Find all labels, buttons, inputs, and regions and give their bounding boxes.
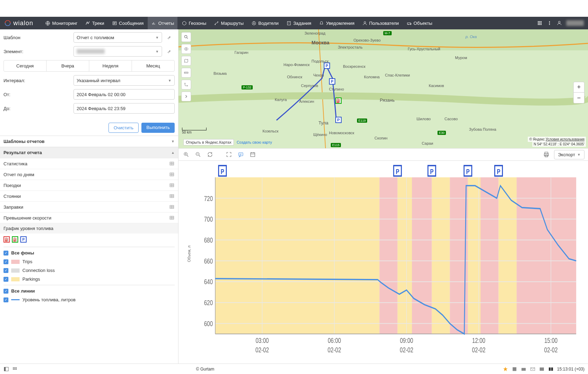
svg-point-37: [184, 83, 185, 84]
grid-icon[interactable]: [12, 366, 18, 372]
result-trips[interactable]: Поездки: [0, 180, 178, 190]
template-select[interactable]: Отчет с топливом▼: [74, 32, 162, 43]
swatch-fuel-line: [11, 299, 20, 300]
chart-calendar-button[interactable]: [248, 150, 257, 159]
nav-users[interactable]: Пользователи: [359, 17, 402, 29]
map-visibility-button[interactable]: [181, 44, 191, 54]
map[interactable]: Москва Зеленоград Орехово-Зуево Электрос…: [178, 29, 588, 148]
nav-drivers[interactable]: Водители: [248, 17, 282, 29]
nav-messages[interactable]: Сообщения: [108, 17, 147, 29]
map-ruler-button[interactable]: [181, 68, 191, 78]
result-stats[interactable]: Статистика: [0, 158, 178, 169]
result-speeding[interactable]: Превышение скорости: [0, 212, 178, 223]
route-tool-icon: [184, 82, 189, 87]
legend-icon-green[interactable]: ⛽: [12, 236, 18, 243]
result-daily[interactable]: Отчет по дням: [0, 169, 178, 180]
svg-rect-101: [16, 367, 17, 368]
svg-point-35: [186, 48, 187, 50]
print-button[interactable]: [542, 150, 551, 159]
table-icon: [169, 215, 175, 221]
checkbox-trips[interactable]: ✓: [4, 259, 8, 264]
map-search-button[interactable]: [181, 32, 191, 42]
svg-rect-16: [538, 23, 539, 24]
legend-icon-parking[interactable]: P: [20, 236, 27, 243]
chart-zoom-out-button[interactable]: [194, 150, 202, 159]
checkbox-fuel-level[interactable]: ✓: [4, 297, 8, 302]
nav-routes[interactable]: Маршруты: [210, 17, 247, 29]
nav-units[interactable]: Объекты: [403, 17, 436, 29]
map-layers-button[interactable]: [181, 56, 191, 66]
zoom-out-button[interactable]: −: [574, 93, 584, 103]
user-icon[interactable]: [556, 20, 562, 26]
sidebar: Шаблон Отчет с топливом▼ Элемент: ▼ Сего…: [0, 29, 178, 364]
nav-jobs[interactable]: Задания: [283, 17, 315, 29]
svg-rect-110: [551, 367, 553, 371]
star-icon[interactable]: [503, 366, 508, 372]
map-route-button[interactable]: [181, 80, 191, 89]
period-week[interactable]: Неделя: [89, 60, 132, 71]
map-parking-marker[interactable]: P: [335, 117, 342, 123]
to-input[interactable]: 2024 Февраль 02 23:59: [74, 103, 175, 114]
nav-geofences[interactable]: Геозоны: [178, 17, 210, 29]
svg-text:02-02: 02-02: [472, 346, 485, 354]
card-icon[interactable]: [521, 366, 526, 372]
create-map-link[interactable]: Создать свою карту: [237, 139, 272, 145]
chart-messages-button[interactable]: [237, 150, 245, 159]
drivers-icon: [251, 21, 257, 26]
interval-select[interactable]: Указанный интервал▼: [74, 75, 175, 86]
period-yesterday[interactable]: Вчера: [47, 60, 89, 71]
map-parking-marker[interactable]: P: [329, 78, 335, 85]
checkbox-conn-loss[interactable]: ✓: [4, 268, 8, 273]
execute-button[interactable]: Выполнить: [141, 123, 175, 133]
period-month[interactable]: Месяц: [132, 60, 174, 71]
element-select[interactable]: ▼: [74, 46, 162, 57]
nav-notifications[interactable]: Уведомления: [315, 17, 358, 29]
svg-point-22: [549, 21, 550, 22]
content-area: Москва Зеленоград Орехово-Зуево Электрос…: [178, 29, 588, 364]
svg-rect-49: [412, 177, 432, 334]
template-settings-button[interactable]: [164, 32, 175, 43]
fuel-chart[interactable]: Объем, л 60062064066068070072003:0002-02…: [178, 161, 588, 364]
more-icon[interactable]: [547, 20, 552, 26]
period-today[interactable]: Сегодня: [4, 60, 47, 71]
panel-toggle-icon[interactable]: [4, 366, 9, 372]
apps-icon[interactable]: [537, 20, 542, 26]
checkbox-all-lines[interactable]: ✓: [4, 289, 8, 294]
nav-tracks[interactable]: Треки: [82, 17, 108, 29]
legend-icon-red[interactable]: ⛽: [4, 236, 10, 243]
result-fillings[interactable]: Заправки: [0, 201, 178, 212]
svg-rect-20: [539, 24, 540, 25]
zoom-in-button[interactable]: +: [574, 82, 584, 93]
svg-point-9: [364, 21, 366, 23]
template-label: Шаблон: [4, 35, 74, 40]
svg-text:02-02: 02-02: [544, 346, 558, 354]
export-button[interactable]: Экспорт▼: [554, 150, 584, 159]
from-input[interactable]: 2024 Февраль 02 00:00: [74, 89, 175, 100]
checkbox-parkings[interactable]: ✓: [4, 277, 8, 282]
chart-zoom-in-button[interactable]: [182, 150, 190, 159]
map-fuel-marker[interactable]: ⛽: [335, 98, 342, 104]
result-parkings[interactable]: Стоянки: [0, 190, 178, 201]
nav-reports[interactable]: Отчеты: [148, 17, 177, 29]
checkbox-all-bg[interactable]: ✓: [4, 251, 8, 256]
result-fuel-chart[interactable]: График уровня топлива: [0, 223, 178, 233]
contact-icon[interactable]: [512, 366, 517, 372]
chart-fit-button[interactable]: [225, 150, 233, 159]
svg-rect-106: [522, 368, 526, 371]
layout-icon[interactable]: [548, 366, 554, 372]
templates-accordion[interactable]: Шаблоны отчетов▼: [0, 136, 178, 147]
city-moscow: Москва: [312, 40, 329, 45]
image-icon[interactable]: [539, 366, 545, 372]
map-parking-marker[interactable]: P: [324, 63, 330, 69]
result-accordion[interactable]: Результат отчета▲: [0, 147, 178, 158]
open-yandex-link[interactable]: Открыть в Яндекс.Картах: [183, 139, 234, 145]
nav-monitoring[interactable]: Мониторинг: [42, 17, 81, 29]
element-settings-button[interactable]: [164, 46, 175, 57]
chart-reset-button[interactable]: [206, 150, 214, 159]
svg-point-11: [408, 24, 408, 25]
clear-button[interactable]: Очистить: [108, 123, 139, 133]
mail-icon[interactable]: [530, 366, 536, 372]
map-expand-button[interactable]: [181, 92, 191, 101]
tracks-icon: [85, 21, 90, 26]
svg-rect-105: [512, 367, 516, 371]
